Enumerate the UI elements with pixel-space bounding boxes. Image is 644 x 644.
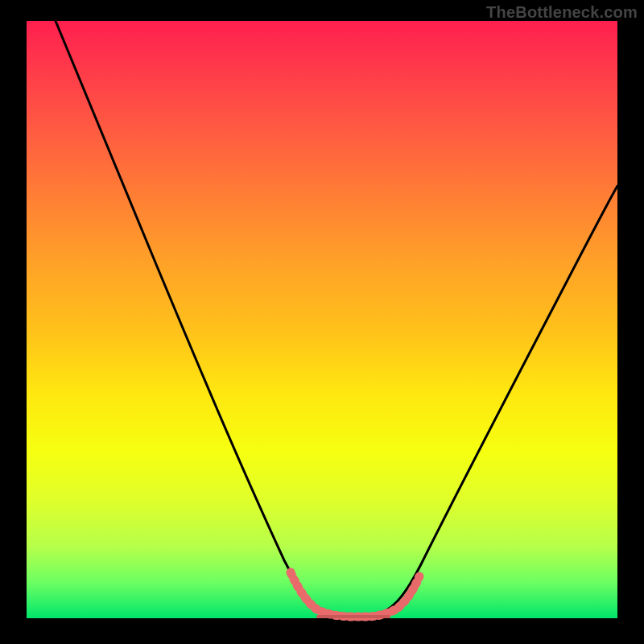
- chart-frame: TheBottleneck.com: [0, 0, 644, 644]
- optimal-band-curve: [291, 572, 419, 617]
- watermark-text: TheBottleneck.com: [486, 3, 638, 22]
- bottleneck-curve: [56, 21, 617, 615]
- chart-svg: [27, 21, 617, 618]
- plot-area: [27, 21, 617, 618]
